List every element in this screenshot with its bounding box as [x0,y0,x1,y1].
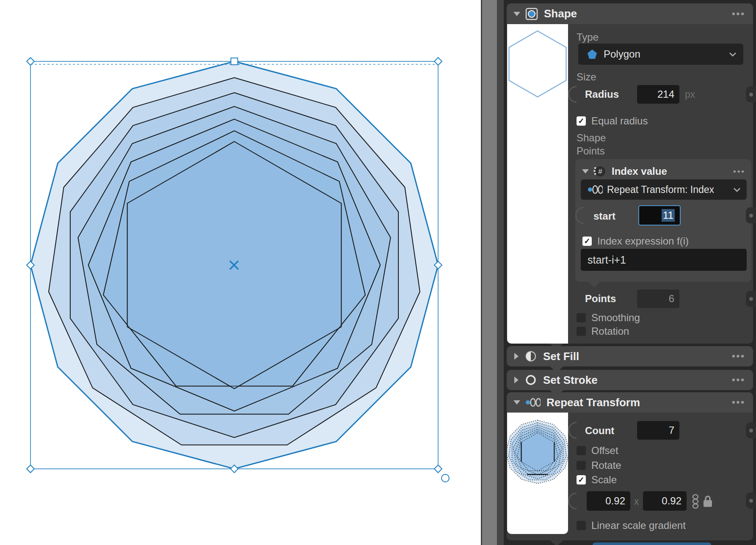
rotation-label: Rotation [591,325,629,337]
count-output-socket[interactable] [746,422,756,438]
offset-checkbox[interactable] [577,446,586,455]
shape-node-icon [525,8,538,20]
scale-label: Scale [591,474,617,486]
type-label: Type [577,31,599,43]
linear-scale-gradient-row: Linear scale gradient [577,520,686,531]
radius-unit: px [685,89,695,100]
node-wire-notch [550,540,563,545]
set-stroke-title: Set Stroke [543,374,598,387]
smoothing-checkbox[interactable] [577,313,586,322]
rotate-checkbox[interactable] [577,461,586,470]
radius-output-socket[interactable] [746,86,756,102]
chain-link-icon[interactable] [690,493,701,509]
repeat-transform-thumbnail [507,413,568,534]
document-artwork[interactable] [0,0,482,545]
shape-points-label-line1: Shape [577,132,606,144]
panel-resize-handle[interactable] [482,0,497,545]
graphite-editor: Shape ••• Type Polygon Size Radius 214 p… [0,0,756,545]
index-value-icon: # [593,165,606,178]
set-fill-title: Set Fill [543,350,579,363]
polygon-preview [507,24,568,151]
shape-node-menu-button[interactable]: ••• [732,8,745,19]
repeated-polygons-preview [507,413,568,534]
equal-radius-row: Equal radius [577,115,648,127]
type-dropdown-value: Polygon [604,48,640,60]
shape-node-header[interactable]: Shape ••• [507,3,753,24]
index-value-menu-button[interactable]: ••• [733,167,745,176]
svg-text:#: # [598,168,602,176]
lock-icon[interactable] [702,494,714,509]
index-expression-label: Index expression f(i) [597,235,689,247]
scale-checkbox[interactable] [577,475,586,484]
scale-y-input[interactable]: 0.92 [643,491,687,511]
index-expression-input[interactable]: start-i+1 [581,249,747,271]
polygon-icon [587,49,598,60]
repeat-transform-title: Repeat Transform [546,396,640,409]
index-expression-checkbox[interactable] [582,237,592,246]
radius-input[interactable]: 214 [637,85,679,104]
collapse-arrow-icon[interactable] [514,377,519,383]
start-label: start [593,210,615,222]
shape-points-label-line2: Points [577,145,605,157]
scale-row: Scale [577,474,617,486]
chevron-down-icon [729,52,737,57]
index-expression-row: Index expression f(i) [582,235,689,247]
set-stroke-icon [524,374,537,386]
set-fill-icon [524,350,537,363]
start-input-selected-text: 11 [662,209,675,222]
shape-node-thumbnail [507,24,568,344]
polygon-type-dropdown[interactable]: Polygon [578,44,743,65]
collapse-arrow-icon[interactable] [513,12,520,16]
count-input[interactable]: 7 [637,421,679,440]
next-node-header-partial[interactable] [593,542,711,545]
repeat-transform-menu-button[interactable]: ••• [732,397,745,408]
viewport-canvas[interactable] [0,0,482,545]
linear-scale-gradient-label: Linear scale gradient [591,520,686,531]
index-source-value: Repeat Transform: Index [607,184,714,195]
set-fill-menu-button[interactable]: ••• [732,351,745,362]
collapse-arrow-icon[interactable] [514,353,519,360]
collapse-arrow-icon[interactable] [582,169,589,173]
scale-separator: x [634,496,639,507]
repeat-transform-icon [588,185,603,194]
index-value-title: Index value [612,165,667,177]
size-label: Size [577,71,596,83]
count-label: Count [585,425,614,437]
properties-panel: Shape ••• Type Polygon Size Radius 214 p… [507,0,756,545]
offset-row: Offset [577,445,618,457]
equal-radius-label: Equal radius [591,115,648,127]
chevron-down-icon [733,187,741,192]
smoothing-label: Smoothing [591,312,640,324]
set-fill-node-header[interactable]: Set Fill ••• [507,346,753,366]
points-input[interactable]: 6 [637,289,679,308]
index-value-header[interactable]: # Index value ••• [582,165,745,178]
panel-gutter-outer [497,0,504,545]
repeat-transform-icon [525,398,541,407]
start-input[interactable]: 11 [638,205,681,226]
set-stroke-node-header[interactable]: Set Stroke ••• [507,370,753,390]
points-label: Points [585,293,616,305]
radius-label: Radius [585,88,619,100]
rotate-row: Rotate [577,460,621,471]
equal-radius-checkbox[interactable] [577,116,586,126]
index-source-dropdown[interactable]: Repeat Transform: Index [581,179,747,200]
scale-x-input[interactable]: 0.92 [587,491,630,511]
panel-gutter-inner [504,0,507,545]
rotate-label: Rotate [591,460,621,471]
offset-label: Offset [591,445,618,457]
rotation-row: Rotation [577,325,629,337]
smoothing-row: Smoothing [577,312,640,324]
repeat-transform-node-header[interactable]: Repeat Transform ••• [507,392,753,413]
rotation-checkbox[interactable] [577,327,586,336]
points-output-socket[interactable] [746,291,756,307]
set-stroke-menu-button[interactable]: ••• [732,374,745,385]
scale-output-socket[interactable] [746,493,756,509]
index-value-connector-tail [588,281,601,288]
linear-scale-gradient-checkbox[interactable] [577,521,586,530]
start-output-socket[interactable] [746,207,756,223]
collapse-arrow-icon[interactable] [513,400,520,405]
shape-node-title: Shape [544,7,577,20]
